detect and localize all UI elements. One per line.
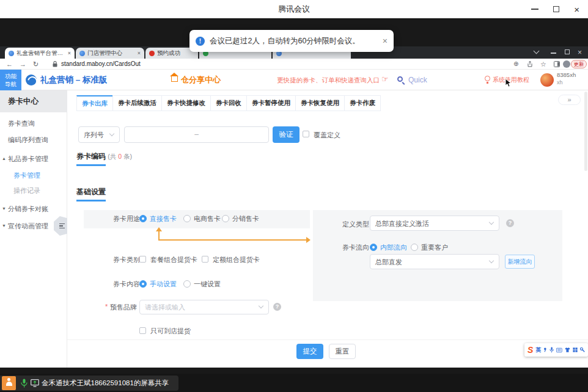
category-checkbox-combo[interactable]: [139, 256, 146, 263]
ime-punctuation-icon[interactable]: [543, 347, 547, 353]
update-button[interactable]: 更新: [571, 60, 587, 68]
ime-language-mode[interactable]: 英: [535, 346, 541, 354]
tab-card-followup-activate[interactable]: 券卡后续激活: [112, 95, 162, 111]
serial-type-select[interactable]: 序列号: [78, 126, 120, 143]
sidebar: 券卡中心 券卡查询 编码序列查询 ▲礼品券卡管理 券卡管理 操作记录 ▼分销券卡…: [0, 90, 67, 368]
usage-radio-direct-sale[interactable]: [139, 215, 147, 222]
reset-button[interactable]: 重置: [329, 344, 356, 359]
content-radio-onekey[interactable]: [183, 280, 191, 288]
screen-share-icon: [31, 379, 39, 387]
content-option-manual[interactable]: 手动设置: [150, 279, 177, 289]
close-icon[interactable]: ×: [574, 5, 579, 14]
usage-label: 券卡用途: [113, 214, 140, 223]
category-option-fixed[interactable]: 定额组合提货卡: [213, 255, 260, 264]
notification-close-icon[interactable]: ×: [383, 36, 388, 46]
verify-button[interactable]: 验证: [273, 126, 300, 143]
sidebar-item-code-sequence-query[interactable]: 编码序列查询: [0, 132, 67, 147]
store-only-label[interactable]: 只可到店提货: [150, 326, 191, 336]
category-option-combo[interactable]: 套餐组合提货卡: [150, 255, 197, 264]
flow-select[interactable]: 总部直发: [370, 254, 499, 269]
maximize-icon[interactable]: [553, 6, 559, 12]
usage-option-ecommerce[interactable]: 电商售卡: [194, 214, 221, 223]
sidebar-group-gift-card-mgmt[interactable]: ▲礼品券卡管理: [0, 151, 67, 166]
share-center-link[interactable]: 仓分享中心: [181, 70, 221, 90]
side-panel-icon[interactable]: [554, 61, 560, 67]
submit-button[interactable]: 提交: [296, 344, 323, 359]
ime-toolbox-icon[interactable]: [573, 347, 578, 353]
sidebar-item-card-mgmt-active[interactable]: 券卡管理: [0, 168, 67, 183]
sogou-logo-icon[interactable]: S: [527, 346, 533, 354]
refresh-icon[interactable]: ↻: [33, 59, 39, 70]
bookmark-star-icon[interactable]: ☆: [540, 59, 546, 70]
app-brand-title: 礼盒营销 – 标准版: [40, 70, 108, 90]
brand-help-icon[interactable]: ?: [273, 303, 281, 311]
ime-mic-icon[interactable]: [549, 346, 554, 354]
profile-avatar-icon[interactable]: [563, 60, 570, 68]
flow-radio-vip[interactable]: [411, 244, 418, 251]
screen-share-pill: 金禾通技术王斌18662591081的屏幕共享: [0, 376, 178, 391]
more-tabs-button[interactable]: »: [558, 95, 581, 105]
tab-card-quick-modify[interactable]: 券卡快捷修改: [161, 95, 211, 111]
tab-card-void[interactable]: 券卡作废: [344, 95, 381, 111]
ime-toolbar[interactable]: S 英: [524, 343, 588, 357]
tab-close-icon[interactable]: ×: [138, 50, 141, 56]
arrow-horizontal-line: [158, 239, 307, 241]
back-icon[interactable]: ←: [6, 59, 13, 70]
browser-tab-active[interactable]: 礼盒营销平台管理中心 ×: [5, 48, 75, 59]
promo-link[interactable]: 更快捷的券卡、订单和快递查询入口: [277, 70, 380, 90]
collapse-down-icon: ▼: [2, 219, 6, 233]
tab-card-suspend[interactable]: 券卡暂停使用: [246, 95, 296, 111]
codes-count-pre: (共: [108, 153, 118, 160]
category-checkbox-fixed[interactable]: [202, 256, 208, 263]
usage-radio-ecommerce[interactable]: [183, 215, 191, 222]
usage-radio-distribution[interactable]: [222, 215, 229, 222]
ime-skin-icon[interactable]: [565, 347, 570, 353]
store-only-checkbox[interactable]: [139, 327, 146, 334]
forward-icon[interactable]: →: [20, 59, 26, 70]
flow-option-internal[interactable]: 内部流向: [380, 242, 407, 252]
url-field[interactable]: standard.maboy.cn/CardsOut: [61, 59, 141, 70]
ime-keyboard-icon[interactable]: [556, 347, 562, 353]
sidebar-item-card-query[interactable]: 券卡查询: [0, 116, 67, 131]
flow-radio-internal[interactable]: [370, 244, 377, 251]
browser-close-icon[interactable]: ×: [578, 49, 582, 56]
browser-maximize-icon[interactable]: [565, 49, 570, 54]
flow-option-vip[interactable]: 重要客户: [421, 242, 448, 252]
user-avatar[interactable]: [540, 73, 554, 87]
flow-value: 总部直发: [375, 257, 402, 266]
define-type-help-icon[interactable]: ?: [506, 219, 514, 227]
sidebar-item-operation-log[interactable]: 操作记录: [0, 183, 67, 198]
search-icon[interactable]: [397, 76, 403, 82]
tab-card-outbound[interactable]: 券卡出库: [76, 95, 113, 111]
content-radio-manual[interactable]: [139, 280, 147, 288]
nav-toggle-button[interactable]: 功能 导航: [0, 70, 21, 90]
share-icon[interactable]: [527, 61, 533, 67]
tab-card-recycle[interactable]: 券卡回收: [210, 95, 247, 111]
brand-select[interactable]: 请选择或输入: [139, 300, 269, 314]
tab-close-icon[interactable]: ×: [68, 50, 71, 56]
tab-search-chevron-icon[interactable]: [534, 48, 540, 54]
serial-range-input[interactable]: –: [124, 126, 269, 143]
required-asterisk: *: [105, 303, 108, 310]
zoom-icon[interactable]: ⊕: [513, 59, 518, 70]
content-label: 券卡内容: [113, 280, 140, 289]
usage-option-direct-sale[interactable]: 直接售卡: [150, 214, 177, 223]
page-scrollbar[interactable]: [584, 92, 587, 171]
usage-option-distribution[interactable]: 分销售卡: [232, 214, 259, 223]
override-checkbox[interactable]: [303, 131, 309, 137]
sidebar-group-distribution-recon[interactable]: ▼分销券卡对账: [0, 201, 67, 216]
define-type-label: 定义类型: [342, 220, 369, 229]
browser-minimize-icon[interactable]: [551, 53, 556, 54]
page-tabs: 券卡出库 券卡后续激活 券卡快捷修改 券卡回收 券卡暂停使用 券卡恢复使用 券卡…: [76, 95, 381, 111]
add-flow-button[interactable]: 新增流向: [505, 255, 535, 269]
ime-settings-icon[interactable]: [580, 347, 585, 353]
browser-tab[interactable]: 门店管理中心 ×: [76, 48, 144, 59]
define-type-select[interactable]: 总部直接定义激活: [370, 216, 499, 231]
info-icon: !: [196, 37, 205, 46]
basic-title-underline: [76, 200, 106, 201]
minimize-icon[interactable]: [531, 9, 538, 10]
content-option-onekey[interactable]: 一键设置: [194, 279, 221, 289]
override-label: 覆盖定义: [314, 130, 340, 140]
quick-search-link[interactable]: Quick: [408, 70, 427, 90]
tab-card-resume[interactable]: 券卡恢复使用: [295, 95, 345, 111]
